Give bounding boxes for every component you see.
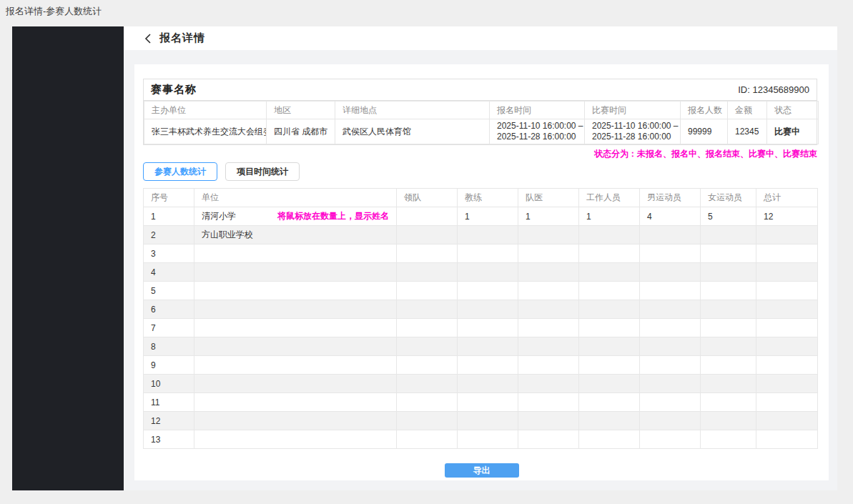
stats-cell: 方山职业学校	[194, 226, 397, 244]
stats-cell	[458, 300, 518, 319]
stats-cell	[518, 300, 579, 319]
event-info-value: 12345	[728, 119, 767, 144]
row-index-cell: 12	[144, 412, 194, 430]
stats-cell	[458, 244, 518, 263]
chevron-left-icon[interactable]	[144, 34, 152, 44]
stats-cell	[756, 412, 818, 430]
stats-cell	[640, 375, 701, 393]
stats-cell	[397, 356, 458, 375]
stats-cell	[701, 356, 756, 375]
stats-cell	[397, 226, 458, 244]
stats-cell	[397, 244, 458, 263]
stats-cell	[518, 282, 579, 300]
table-row: 12	[144, 412, 818, 430]
table-row: 1清河小学将鼠标放在数量上，显示姓名1114512	[144, 207, 818, 226]
stats-cell	[397, 393, 458, 412]
stats-cell	[397, 412, 458, 430]
tab-event-time-stats[interactable]: 项目时间统计	[225, 162, 300, 181]
row-index-cell: 4	[144, 263, 194, 282]
stats-cell	[518, 430, 579, 449]
table-row: 7	[144, 319, 818, 337]
stats-cell: 1	[579, 207, 640, 226]
main-area: 报名详情 赛事名称 ID: 12345689900 主办单位地区详细地点报名时间…	[124, 26, 837, 490]
stats-cell	[518, 412, 579, 430]
tab-participant-count-stats[interactable]: 参赛人数统计	[143, 162, 217, 181]
stats-cell	[640, 337, 701, 356]
stats-cell	[701, 393, 756, 412]
stats-cell	[701, 430, 756, 449]
stats-cell	[579, 356, 640, 375]
stats-cell: 1	[458, 207, 518, 226]
event-info-value: 2025-11-10 16:00:00 –2025-11-28 16:00:00	[585, 119, 681, 144]
table-row: 4	[144, 263, 818, 282]
stats-cell	[194, 263, 397, 282]
event-name-title: 赛事名称	[151, 83, 197, 97]
stats-cell	[579, 263, 640, 282]
stats-cell	[640, 430, 701, 449]
stats-cell	[640, 282, 701, 300]
stats-cell	[518, 393, 579, 412]
stats-cell	[756, 356, 818, 375]
stats-cell: 4	[640, 207, 701, 226]
stats-cell	[640, 244, 701, 263]
row-index-cell: 6	[144, 300, 194, 319]
stats-cell	[756, 244, 818, 263]
stats-cell	[640, 226, 701, 244]
stats-cell	[701, 300, 756, 319]
stats-cell	[458, 393, 518, 412]
stats-cell	[701, 412, 756, 430]
stats-column-header: 工作人员	[579, 189, 640, 207]
stats-cell	[397, 337, 458, 356]
stats-cell	[458, 282, 518, 300]
stats-cell	[701, 282, 756, 300]
stats-cell	[756, 263, 818, 282]
stats-cell	[458, 375, 518, 393]
stats-cell	[701, 263, 756, 282]
event-info-value: 四川省 成都市	[267, 119, 335, 144]
stats-column-header: 教练	[458, 189, 518, 207]
stats-cell	[194, 300, 397, 319]
row-index-cell: 8	[144, 337, 194, 356]
event-info-value: 99999	[681, 119, 728, 144]
table-row: 6	[144, 300, 818, 319]
table-row: 5	[144, 282, 818, 300]
stats-cell	[397, 263, 458, 282]
event-info-column-header: 地区	[267, 102, 335, 119]
row-index-cell: 9	[144, 356, 194, 375]
stats-cell	[458, 263, 518, 282]
stats-cell	[579, 375, 640, 393]
stats-cell	[194, 356, 397, 375]
stats-table: 序号单位领队教练队医工作人员男运动员女运动员总计 1清河小学将鼠标放在数量上，显…	[143, 188, 818, 449]
stats-cell: 12	[756, 207, 818, 226]
export-button[interactable]: 导出	[445, 463, 519, 478]
stats-cell	[458, 356, 518, 375]
stats-cell	[194, 337, 397, 356]
unit-cell-with-note: 清河小学将鼠标放在数量上，显示姓名	[194, 207, 397, 226]
unit-name: 清河小学	[202, 210, 236, 222]
stats-cell	[640, 356, 701, 375]
stats-cell: 1	[518, 207, 579, 226]
table-row: 9	[144, 356, 818, 375]
stats-column-header: 女运动员	[701, 189, 756, 207]
table-row: 13	[144, 430, 818, 449]
row-index-cell: 1	[144, 207, 194, 226]
stats-cell	[397, 282, 458, 300]
stats-cell	[458, 430, 518, 449]
event-info-table: 主办单位地区详细地点报名时间比赛时间报名人数金额状态 张三丰杯武术养生交流大会组…	[144, 101, 819, 144]
row-index-cell: 3	[144, 244, 194, 263]
stats-cell	[579, 430, 640, 449]
stats-cell	[579, 300, 640, 319]
stats-cell	[756, 300, 818, 319]
stats-cell	[194, 375, 397, 393]
stats-cell	[640, 412, 701, 430]
stats-cell	[194, 430, 397, 449]
tabs: 参赛人数统计项目时间统计	[143, 162, 820, 181]
stats-cell	[579, 393, 640, 412]
stats-cell	[518, 319, 579, 337]
stats-cell	[701, 337, 756, 356]
stats-cell	[640, 300, 701, 319]
event-info-column-header: 金额	[728, 102, 767, 119]
stats-column-header: 男运动员	[640, 189, 701, 207]
row-index-cell: 5	[144, 282, 194, 300]
stats-cell	[701, 375, 756, 393]
